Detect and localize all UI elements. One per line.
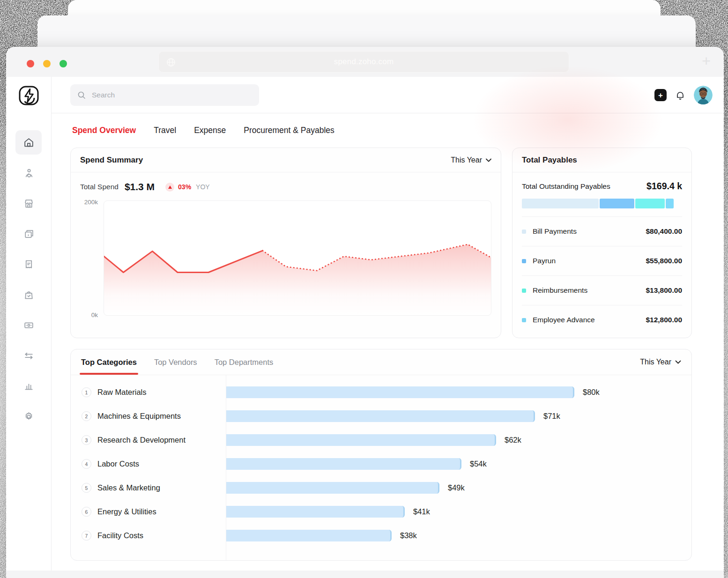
legend-swatch <box>522 318 526 322</box>
triangle-up-icon <box>168 185 172 189</box>
legend-swatch <box>522 230 526 234</box>
sidebar-item-reports[interactable] <box>15 374 42 398</box>
y-axis-labels: 200k 0k <box>80 200 104 316</box>
spend-summary-period-dropdown[interactable]: This Year <box>451 156 491 164</box>
spend-summary-title: Spend Summary <box>80 156 143 165</box>
globe-icon <box>166 57 176 67</box>
spend-app: + <box>6 77 724 571</box>
app-logo[interactable] <box>18 84 40 107</box>
payables-row-label: Reimbursements <box>533 286 646 295</box>
bar-value-label: $49k <box>448 483 465 492</box>
total-spend-value: $1.3 M <box>125 181 155 193</box>
category-label: Sales & Marketing <box>97 483 160 492</box>
total-payables-card: Total Payables Total Outstanding Payable… <box>512 148 692 338</box>
header-actions: + <box>654 86 713 104</box>
search-input[interactable] <box>70 84 259 106</box>
bar-value-label: $38k <box>400 531 417 540</box>
top-categories-chart: 1 Raw Materials 2 Machines & Equipments … <box>71 375 691 561</box>
bar-row: $71k <box>226 404 691 428</box>
payables-row-reimbursements: Reimbursements $13,800.00 <box>522 275 682 305</box>
user-avatar[interactable] <box>694 86 713 104</box>
sidebar-item-users[interactable] <box>15 161 42 185</box>
line-chart-plot-area <box>104 200 491 316</box>
category-list: 1 Raw Materials 2 Machines & Equipments … <box>71 375 226 561</box>
segment-payrun <box>600 199 634 208</box>
transfer-arrows-icon <box>23 350 35 362</box>
window-bottom-frame <box>6 571 724 578</box>
category-row-energy-utilities: 6 Energy & Utilities <box>71 500 226 524</box>
outstanding-value: $169.4 k <box>646 181 682 192</box>
y-tick-max: 200k <box>80 199 98 206</box>
tab-top-categories[interactable]: Top Categories <box>81 349 137 375</box>
payables-row-bill-payments: Bill Payments $80,400.00 <box>522 216 682 246</box>
main-content: Spend Overview Travel Expense Procuremen… <box>52 113 724 571</box>
bar-value-label: $41k <box>413 507 430 516</box>
add-new-button[interactable]: + <box>654 89 667 101</box>
legend-swatch <box>522 289 526 293</box>
payables-segmented-bar <box>522 199 682 208</box>
receipt-icon <box>23 259 35 270</box>
tab-travel[interactable]: Travel <box>154 126 176 135</box>
top-spend-tabs: Top Categories Top Vendors Top Departmen… <box>81 349 273 375</box>
category-row-raw-materials: 1 Raw Materials <box>71 380 226 404</box>
category-bars: $80k $71k $62k <box>226 375 691 561</box>
payables-breakdown-list: Bill Payments $80,400.00 Payrun $55,800.… <box>522 216 682 334</box>
sidebar-items <box>6 130 51 435</box>
rank-badge: 1 <box>82 387 91 397</box>
yoy-label: YOY <box>196 183 210 191</box>
payables-row-label: Bill Payments <box>533 227 646 236</box>
payables-row-payrun: Payrun $55,800.00 <box>522 246 682 275</box>
total-payables-body: Total Outstanding Payables $169.4 k <box>513 172 691 334</box>
bar-value-label: $62k <box>505 436 521 445</box>
top-spend-period-dropdown[interactable]: This Year <box>640 358 681 366</box>
user-icon <box>23 167 35 179</box>
close-window-button[interactable] <box>27 60 34 67</box>
bar-row: $80k <box>226 380 691 404</box>
outstanding-label: Total Outstanding Payables <box>522 182 610 191</box>
notifications-bell-icon[interactable] <box>675 89 686 101</box>
store-icon <box>23 198 35 209</box>
period-value: This Year <box>640 358 671 366</box>
tab-top-departments[interactable]: Top Departments <box>215 349 274 375</box>
tab-spend-overview[interactable]: Spend Overview <box>72 126 136 135</box>
sidebar-item-home[interactable] <box>15 130 42 155</box>
sidebar-item-payments[interactable] <box>15 313 42 337</box>
bar-value-label: $54k <box>470 459 487 468</box>
total-payables-header: Total Payables <box>513 148 691 172</box>
home-icon <box>23 137 35 148</box>
new-tab-button[interactable]: + <box>702 53 711 68</box>
sidebar-item-settings[interactable] <box>15 404 42 429</box>
bar-energy-utilities <box>226 506 405 518</box>
tab-procurement-payables[interactable]: Procurement & Payables <box>244 126 334 135</box>
window-controls <box>27 60 67 67</box>
address-bar[interactable]: spend.zoho.com <box>158 51 569 73</box>
category-label: Machines & Equipments <box>97 412 181 421</box>
sidebar-item-store[interactable] <box>15 191 42 215</box>
payables-row-value: $80,400.00 <box>646 227 682 236</box>
rank-badge: 3 <box>82 435 91 445</box>
spend-summary-header: Spend Summary This Year <box>71 148 501 172</box>
minimize-window-button[interactable] <box>43 60 51 67</box>
cards-icon <box>23 228 35 240</box>
sidebar-item-transfers[interactable] <box>15 343 42 368</box>
sidebar-item-cards[interactable] <box>15 222 42 246</box>
rank-badge: 7 <box>82 531 91 541</box>
spend-summary-card: Spend Summary This Year Total Spend $1.3… <box>70 148 501 338</box>
spend-summary-body: Total Spend $1.3 M 03% YOY 200k <box>71 172 501 316</box>
category-row-labor-costs: 4 Labor Costs <box>71 452 226 476</box>
tab-top-vendors[interactable]: Top Vendors <box>154 349 197 375</box>
maximize-window-button[interactable] <box>59 60 67 67</box>
bar-value-label: $80k <box>583 388 600 397</box>
payables-row-value: $13,800.00 <box>646 286 682 295</box>
bar-sales-marketing <box>226 482 439 494</box>
top-cards-row: Spend Summary This Year Total Spend $1.3… <box>70 148 692 338</box>
sidebar-item-receipts[interactable] <box>15 252 42 276</box>
bar-raw-materials <box>226 386 574 398</box>
browser-window: spend.zoho.com + <box>6 47 724 578</box>
sidebar-item-purchases[interactable] <box>15 282 42 307</box>
bag-check-icon <box>23 289 35 301</box>
bar-row: $49k <box>226 476 691 500</box>
bar-facility-costs <box>226 530 392 541</box>
rank-badge: 5 <box>82 483 91 493</box>
tab-expense[interactable]: Expense <box>194 126 226 135</box>
